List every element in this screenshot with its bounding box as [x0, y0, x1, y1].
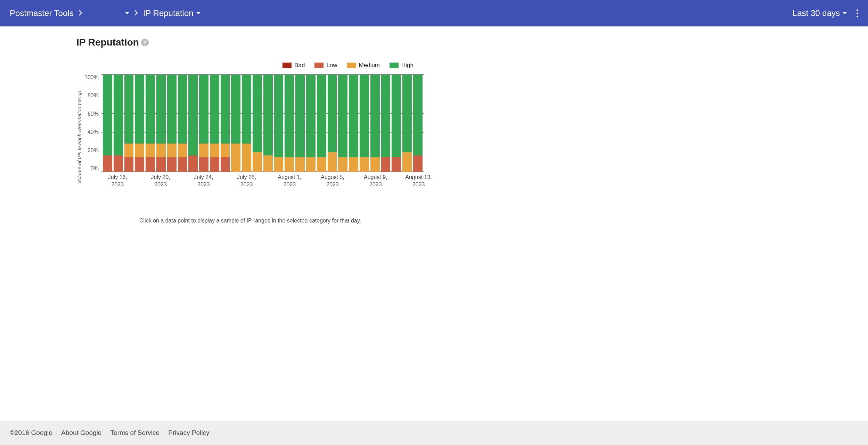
legend-item-low[interactable]: Low — [314, 62, 337, 69]
breadcrumb-app[interactable]: Postmaster Tools — [10, 8, 74, 18]
bar-segment-medium[interactable] — [156, 144, 166, 157]
bar-segment-high[interactable] — [103, 75, 112, 155]
bar-segment-low[interactable] — [178, 157, 187, 172]
bar-segment-medium[interactable] — [306, 157, 316, 172]
chart-bar[interactable] — [199, 75, 208, 172]
bar-segment-medium[interactable] — [146, 144, 155, 157]
bar-segment-high[interactable] — [317, 75, 326, 157]
chart-bar[interactable] — [231, 75, 240, 172]
chart-bar[interactable] — [392, 75, 401, 172]
bar-segment-high[interactable] — [178, 75, 187, 144]
bar-segment-high[interactable] — [370, 75, 380, 157]
bar-segment-medium[interactable] — [221, 144, 230, 157]
bar-segment-medium[interactable] — [178, 144, 187, 157]
bar-segment-high[interactable] — [381, 75, 391, 157]
breadcrumb-view-dropdown[interactable]: IP Reputation — [143, 8, 200, 18]
bar-segment-medium[interactable] — [285, 157, 294, 172]
chart-bar[interactable] — [253, 75, 262, 172]
bar-segment-medium[interactable] — [360, 157, 369, 172]
bar-segment-medium[interactable] — [242, 144, 251, 172]
bar-segment-medium[interactable] — [210, 144, 219, 157]
bar-segment-medium[interactable] — [349, 157, 358, 172]
bar-segment-low[interactable] — [210, 157, 219, 172]
chart-bar[interactable] — [178, 75, 187, 172]
legend-item-high[interactable]: High — [390, 62, 413, 69]
bar-segment-high[interactable] — [167, 75, 177, 144]
bar-segment-high[interactable] — [285, 75, 294, 157]
chart-bar[interactable] — [381, 75, 391, 172]
bar-segment-medium[interactable] — [295, 157, 305, 172]
chart-bar[interactable] — [413, 75, 423, 172]
breadcrumb-domain-dropdown[interactable] — [88, 11, 129, 15]
bar-segment-high[interactable] — [392, 75, 401, 157]
bar-segment-medium[interactable] — [167, 144, 177, 157]
chart-bar[interactable] — [210, 75, 219, 172]
overflow-menu-icon[interactable] — [857, 9, 858, 17]
chart-bar[interactable] — [135, 75, 144, 172]
bar-segment-high[interactable] — [338, 75, 347, 157]
bar-segment-high[interactable] — [231, 75, 240, 144]
chart-bar[interactable] — [167, 75, 177, 172]
bar-segment-low[interactable] — [146, 157, 155, 172]
bar-segment-high[interactable] — [188, 75, 198, 155]
bar-segment-medium[interactable] — [135, 144, 144, 157]
chart-bar[interactable] — [103, 75, 112, 172]
bar-segment-high[interactable] — [263, 75, 273, 155]
bar-segment-high[interactable] — [210, 75, 219, 144]
bar-segment-high[interactable] — [328, 75, 337, 152]
chart-bar[interactable] — [349, 75, 358, 172]
bar-segment-medium[interactable] — [274, 157, 284, 172]
chart-bar[interactable] — [124, 75, 134, 172]
daterange-dropdown[interactable]: Last 30 days — [793, 8, 847, 18]
bar-segment-low[interactable] — [124, 157, 134, 172]
bar-segment-medium[interactable] — [231, 144, 240, 172]
legend-item-bad[interactable]: Bad — [282, 62, 305, 69]
bar-segment-high[interactable] — [114, 75, 123, 155]
chart-bar[interactable] — [295, 75, 305, 172]
chart-bar[interactable] — [263, 75, 273, 172]
bar-segment-low[interactable] — [199, 157, 208, 172]
bar-segment-medium[interactable] — [199, 144, 208, 157]
bar-segment-medium[interactable] — [370, 157, 380, 172]
chart-bar[interactable] — [285, 75, 294, 172]
chart-bar[interactable] — [306, 75, 316, 172]
bar-segment-low[interactable] — [392, 157, 401, 172]
bar-segment-low[interactable] — [413, 155, 423, 172]
bar-segment-low[interactable] — [135, 157, 144, 172]
chart-bar[interactable] — [274, 75, 284, 172]
bar-segment-high[interactable] — [306, 75, 316, 157]
bar-segment-medium[interactable] — [263, 155, 273, 172]
chart-bar[interactable] — [338, 75, 347, 172]
chart-bar[interactable] — [370, 75, 380, 172]
bar-segment-low[interactable] — [114, 155, 123, 172]
chart-bar[interactable] — [188, 75, 198, 172]
bar-segment-medium[interactable] — [338, 157, 347, 172]
bar-segment-medium[interactable] — [253, 152, 262, 172]
bar-segment-low[interactable] — [103, 155, 112, 172]
chart-bar[interactable] — [360, 75, 369, 172]
help-icon[interactable]: ? — [141, 39, 149, 46]
chart-bar[interactable] — [242, 75, 251, 172]
chart-bar[interactable] — [221, 75, 230, 172]
legend-item-medium[interactable]: Medium — [347, 62, 380, 69]
chart-bar[interactable] — [156, 75, 166, 172]
bar-segment-high[interactable] — [360, 75, 369, 157]
bar-segment-high[interactable] — [413, 75, 423, 155]
bar-segment-medium[interactable] — [317, 157, 326, 172]
chart-bar[interactable] — [114, 75, 123, 172]
bar-segment-low[interactable] — [221, 157, 230, 172]
bar-segment-high[interactable] — [199, 75, 208, 144]
bar-segment-medium[interactable] — [124, 144, 134, 157]
bar-segment-medium[interactable] — [328, 152, 337, 172]
bar-segment-high[interactable] — [135, 75, 144, 144]
chart-bar[interactable] — [317, 75, 326, 172]
bar-segment-high[interactable] — [242, 75, 251, 144]
chart-bar[interactable] — [146, 75, 155, 172]
chart-bar[interactable] — [328, 75, 337, 172]
bar-segment-high[interactable] — [295, 75, 305, 157]
bar-segment-medium[interactable] — [402, 152, 412, 172]
bar-segment-high[interactable] — [221, 75, 230, 144]
bar-segment-high[interactable] — [124, 75, 134, 144]
bar-segment-high[interactable] — [146, 75, 155, 144]
bar-segment-low[interactable] — [381, 157, 391, 172]
